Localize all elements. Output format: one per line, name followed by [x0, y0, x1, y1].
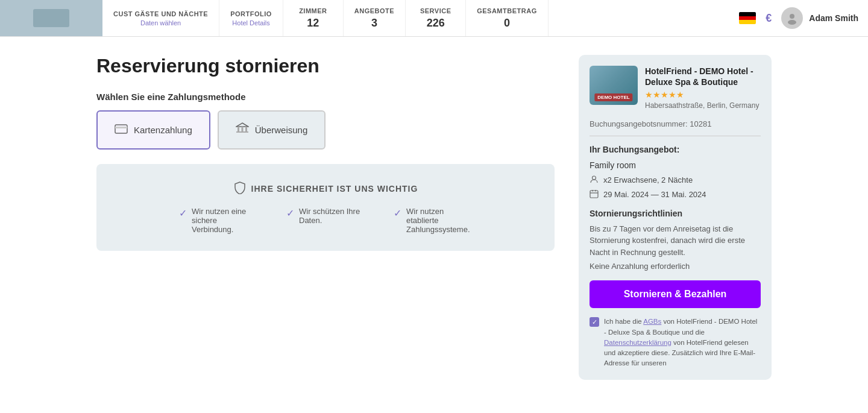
booking-dates: 29 Mai. 2024 — 31 Mai. 2024	[590, 189, 761, 200]
svg-rect-6	[241, 127, 243, 131]
person-icon	[590, 175, 599, 186]
svg-point-1	[788, 20, 796, 25]
hotel-stars: ★★★★★	[645, 90, 761, 99]
payment-method-label: Wählen Sie eine Zahlungsmethode	[96, 92, 555, 102]
svg-rect-10	[590, 191, 598, 198]
booking-room-type: Family room	[590, 160, 761, 170]
svg-rect-3	[115, 127, 127, 128]
booking-card: DEMO HOTEL HotelFriend - DEMO Hotel - De…	[579, 55, 772, 380]
logo-area	[0, 0, 102, 36]
nav-step-service[interactable]: SERVICE 226	[406, 0, 466, 36]
terms-checkbox[interactable]: ✓	[590, 317, 599, 327]
left-panel: Reservierung stornieren Wählen Sie eine …	[96, 55, 555, 380]
avatar[interactable]	[781, 7, 803, 29]
kartenzahlung-button[interactable]: Kartenzahlung	[96, 110, 210, 150]
hotel-image: DEMO HOTEL	[590, 66, 638, 105]
page-title: Reservierung stornieren	[96, 55, 555, 77]
security-items-group: ✓ Wir nutzen eine sichere Verbindung. ✓ …	[116, 207, 535, 234]
currency-button[interactable]: €	[762, 10, 775, 27]
nav-step-gesamtbetrag[interactable]: GESAMTBETRAG 0	[466, 0, 549, 36]
logo-image	[33, 9, 69, 27]
svg-point-0	[790, 14, 794, 19]
bank-icon	[236, 122, 249, 137]
right-panel: DEMO HOTEL HotelFriend - DEMO Hotel - De…	[579, 55, 772, 380]
hotel-header: DEMO HOTEL HotelFriend - DEMO Hotel - De…	[590, 66, 761, 111]
security-item-2: ✓ Wir schützen Ihre Daten.	[286, 207, 365, 234]
hotel-info: HotelFriend - DEMO Hotel - Deluxe Spa & …	[645, 66, 761, 111]
security-box: IHRE SICHERHEIT IST UNS WICHTIG ✓ Wir nu…	[96, 164, 555, 251]
stornieren-bezahlen-button[interactable]: Stornieren & Bezahlen	[590, 280, 761, 308]
hotel-address: Habersaathstraße, Berlin, Germany	[645, 101, 761, 111]
svg-marker-4	[236, 123, 248, 127]
uberweisung-button[interactable]: Überweisung	[218, 110, 326, 150]
nav-right-area: € Adam Smith	[729, 0, 868, 36]
calendar-icon	[590, 189, 599, 200]
kartenzahlung-label: Kartenzahlung	[134, 125, 192, 135]
booking-offer-title: Ihr Buchungsangebot:	[590, 145, 761, 154]
hotel-img-label: DEMO HOTEL	[594, 93, 632, 101]
hotel-name: HotelFriend - DEMO Hotel - Deluxe Spa & …	[645, 66, 761, 87]
svg-rect-2	[115, 125, 127, 133]
cancellation-title: Stornierungsrichtlinien	[590, 209, 761, 218]
no-deposit-text: Keine Anzahlung erforderlich	[590, 262, 761, 271]
security-title: IHRE SICHERHEIT IST UNS WICHTIG	[116, 181, 535, 196]
security-item-1: ✓ Wir nutzen eine sichere Verbindung.	[179, 207, 257, 234]
top-navigation: CUST GÄSTE UND NÄCHTE Daten wählen PORTF…	[0, 0, 868, 37]
svg-rect-7	[245, 127, 247, 131]
terms-text: ✓ Ich habe die AGBs von HotelFriend - DE…	[590, 317, 761, 368]
svg-point-9	[593, 176, 596, 180]
shield-icon	[233, 181, 247, 196]
security-item-3: ✓ Wir nutzen etablierte Zahlungssysteme.	[394, 207, 472, 234]
main-content: Reservierung stornieren Wählen Sie eine …	[72, 37, 796, 398]
user-name: Adam Smith	[809, 13, 858, 23]
svg-rect-8	[236, 131, 248, 133]
svg-rect-5	[237, 127, 239, 131]
german-flag-icon[interactable]	[739, 12, 756, 24]
nav-steps: CUST GÄSTE UND NÄCHTE Daten wählen PORTF…	[102, 0, 729, 36]
check-icon-2: ✓	[286, 207, 294, 219]
payment-methods-group: Kartenzahlung Überweisung	[96, 110, 555, 150]
agb-link[interactable]: AGBs	[643, 318, 661, 325]
nav-step-angebote[interactable]: ANGEBOTE 3	[344, 0, 406, 36]
nav-step-portfolio[interactable]: PORTFOLIO Hotel Details	[219, 0, 283, 36]
nav-step-zimmer[interactable]: ZIMMER 12	[283, 0, 344, 36]
booking-guests: x2 Erwachsene, 2 Nächte	[590, 175, 761, 186]
uberweisung-label: Überweisung	[255, 125, 308, 135]
card-icon	[115, 123, 128, 137]
nav-step-guests[interactable]: CUST GÄSTE UND NÄCHTE Daten wählen	[102, 0, 219, 36]
booking-number: Buchungsangebotsnummer: 10281	[590, 119, 761, 136]
datenschutz-link[interactable]: Datenschutzerklärung	[604, 339, 671, 346]
check-icon-3: ✓	[394, 207, 401, 219]
check-icon-1: ✓	[179, 207, 187, 219]
cancellation-text: Bis zu 7 Tagen vor dem Anreisetag ist di…	[590, 223, 761, 259]
